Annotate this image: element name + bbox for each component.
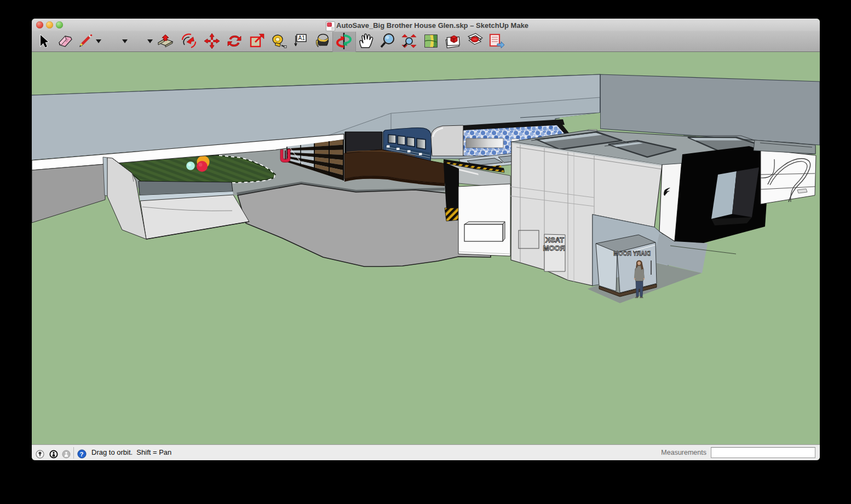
svg-text:ROOM: ROOM [543,244,565,252]
svg-text:TASK: TASK [545,236,564,244]
svg-text:DIARY ROOM: DIARY ROOM [613,250,651,257]
svg-text:?: ? [80,451,84,457]
svg-text:A1: A1 [298,35,306,41]
